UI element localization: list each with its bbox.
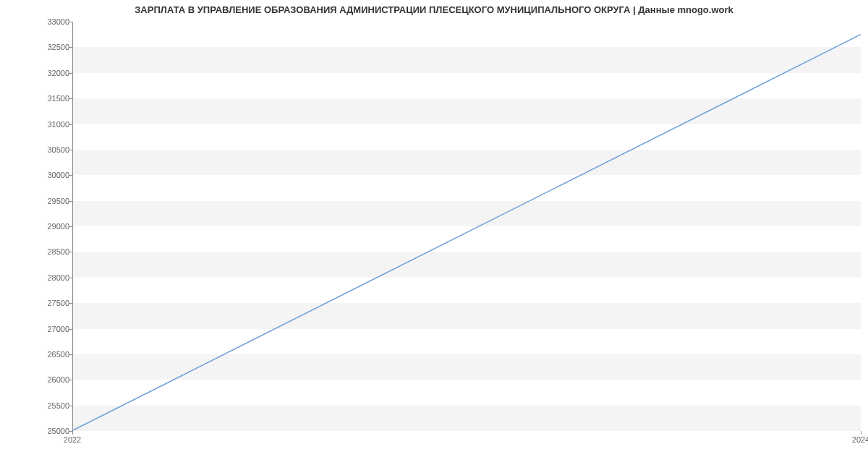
y-tick-mark	[69, 98, 72, 99]
y-tick-label: 29500	[47, 197, 69, 205]
y-tick-label: 28500	[47, 247, 69, 256]
y-tick-label: 26500	[47, 350, 69, 359]
line-layer	[73, 22, 861, 430]
y-tick-mark	[69, 354, 72, 355]
y-tick-label: 32000	[47, 69, 69, 77]
plot-area	[72, 22, 861, 431]
y-tick-mark	[69, 22, 72, 22]
y-tick-label: 30500	[47, 145, 69, 154]
y-tick-mark	[69, 175, 72, 176]
y-tick-label: 28000	[47, 273, 69, 282]
y-tick-label: 27000	[47, 325, 69, 333]
y-tick-label: 25500	[47, 401, 69, 410]
y-tick-mark	[69, 380, 72, 380]
series-line	[73, 35, 861, 430]
chart-title: ЗАРПЛАТА В УПРАВЛЕНИЕ ОБРАЗОВАНИЯ АДМИНИ…	[0, 4, 868, 15]
x-tick-mark	[861, 431, 861, 435]
y-tick-label: 31500	[47, 94, 69, 103]
x-tick-label: 2022	[64, 435, 81, 444]
y-tick-mark	[69, 124, 72, 125]
y-tick-mark	[69, 278, 72, 278]
y-tick-label: 25000	[47, 427, 69, 435]
y-tick-mark	[69, 150, 72, 150]
y-tick-mark	[69, 252, 72, 252]
y-tick-label: 26000	[47, 375, 69, 384]
y-tick-label: 29000	[47, 222, 69, 231]
y-tick-mark	[69, 73, 72, 74]
y-tick-mark	[69, 226, 72, 227]
y-tick-label: 33000	[47, 17, 69, 26]
y-tick-label: 32500	[47, 43, 69, 51]
y-tick-mark	[69, 47, 72, 48]
x-tick-label: 2024	[852, 435, 868, 444]
y-tick-mark	[69, 329, 72, 330]
y-tick-label: 30000	[47, 171, 69, 179]
y-tick-label: 31000	[47, 120, 69, 129]
y-tick-mark	[69, 201, 72, 202]
y-tick-mark	[69, 303, 72, 304]
x-tick-mark	[72, 431, 73, 435]
y-tick-mark	[69, 406, 72, 406]
salary-line-chart: ЗАРПЛАТА В УПРАВЛЕНИЕ ОБРАЗОВАНИЯ АДМИНИ…	[0, 0, 868, 470]
y-tick-label: 27500	[47, 299, 69, 307]
